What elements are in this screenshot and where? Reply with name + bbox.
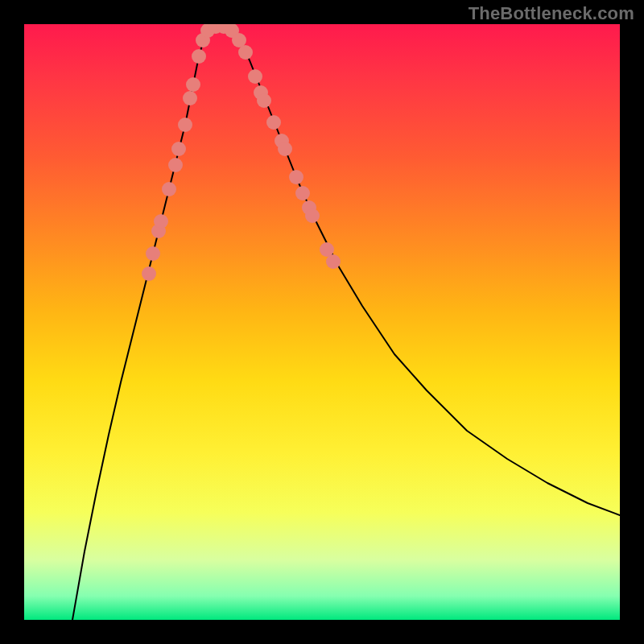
data-dot (278, 142, 292, 156)
data-dot (162, 182, 176, 196)
chart-svg (24, 24, 620, 620)
data-dot (257, 93, 271, 108)
data-dot (186, 77, 200, 92)
data-dot (295, 186, 310, 200)
curve-path (72, 26, 620, 620)
data-dot (146, 246, 160, 261)
plot-area (24, 24, 620, 620)
data-dot (183, 91, 197, 105)
data-dot (248, 69, 262, 84)
data-dot (154, 214, 168, 229)
data-dot (178, 118, 192, 132)
data-dot (168, 158, 183, 172)
data-dot (171, 142, 186, 156)
data-dot (238, 45, 253, 60)
watermark-label: TheBottleneck.com (469, 3, 634, 24)
data-dot (305, 208, 320, 223)
data-dot (326, 254, 341, 269)
data-dot (266, 115, 281, 130)
data-dot (192, 49, 206, 64)
data-dot (142, 266, 156, 281)
data-dot (289, 170, 303, 184)
chart-frame: TheBottleneck.com (0, 0, 644, 644)
